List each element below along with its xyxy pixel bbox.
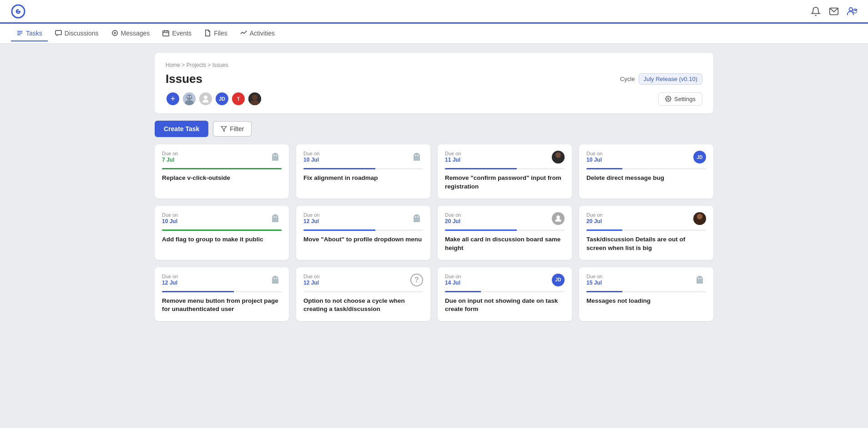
card-avatar-area bbox=[410, 151, 423, 163]
nav-events-label: Events bbox=[172, 30, 192, 37]
due-date: 10 Jul bbox=[303, 157, 319, 163]
card-avatar-area bbox=[693, 274, 706, 286]
due-info: Due on 14 Jul bbox=[445, 274, 461, 286]
due-label: Due on bbox=[303, 274, 319, 279]
task-title: Option to not choose a cycle when creati… bbox=[303, 297, 423, 314]
settings-button[interactable]: Settings bbox=[658, 92, 702, 106]
svg-point-2 bbox=[849, 7, 853, 10]
issues-title-row: Issues Cycle July Release (v0.10) bbox=[166, 72, 702, 86]
task-card[interactable]: Due on 10 Jul Fix alignment in roadmap bbox=[296, 144, 430, 199]
task-title: Add flag to group to make it public bbox=[162, 235, 282, 244]
due-label: Due on bbox=[303, 212, 319, 218]
ghost-avatar-icon bbox=[410, 212, 423, 225]
member-avatar-jd[interactable]: JD bbox=[215, 92, 229, 106]
nav-tasks[interactable]: Tasks bbox=[11, 26, 48, 41]
progress-bar bbox=[445, 229, 565, 231]
svg-point-25 bbox=[273, 155, 275, 156]
due-info: Due on 15 Jul bbox=[586, 274, 602, 286]
svg-rect-24 bbox=[272, 156, 278, 161]
task-card[interactable]: Due on 11 Jul Remove "confirm password" … bbox=[438, 144, 572, 199]
svg-point-13 bbox=[187, 94, 192, 100]
task-title: Due on input not showing date on task cr… bbox=[445, 297, 565, 314]
svg-rect-9 bbox=[163, 31, 169, 36]
svg-point-32 bbox=[555, 153, 561, 158]
due-info: Due on 12 Jul bbox=[303, 212, 319, 224]
due-label: Due on bbox=[445, 274, 461, 279]
task-card[interactable]: Due on 10 Jul JD Delete direct message b… bbox=[579, 144, 713, 199]
task-title: Fix alignment in roadmap bbox=[303, 174, 423, 183]
nav-events[interactable]: Events bbox=[157, 26, 197, 41]
svg-rect-34 bbox=[272, 217, 278, 222]
svg-point-46 bbox=[273, 278, 275, 279]
question-avatar: ? bbox=[410, 274, 423, 286]
dark-photo-avatar bbox=[552, 151, 565, 163]
card-avatar-area bbox=[552, 212, 565, 225]
task-card-header: Due on 11 Jul bbox=[445, 151, 565, 163]
events-icon bbox=[162, 30, 169, 36]
svg-point-15 bbox=[187, 96, 189, 97]
svg-point-40 bbox=[417, 216, 419, 218]
members-row: + JD bbox=[166, 92, 702, 106]
task-card[interactable]: Due on 14 Jul JD Due on input not showin… bbox=[438, 267, 572, 321]
svg-point-26 bbox=[276, 155, 277, 156]
task-card[interactable]: Due on 15 Jul Messages not loading bbox=[579, 267, 713, 321]
discussions-icon bbox=[55, 30, 62, 36]
card-avatar-area bbox=[410, 212, 423, 225]
bell-icon[interactable] bbox=[811, 6, 821, 16]
task-card-header: Due on 15 Jul bbox=[586, 274, 706, 286]
due-date: 10 Jul bbox=[162, 218, 178, 224]
card-avatar-area bbox=[269, 274, 282, 286]
due-label: Due on bbox=[586, 212, 602, 218]
svg-point-17 bbox=[204, 95, 207, 99]
due-label: Due on bbox=[586, 151, 602, 156]
svg-point-21 bbox=[667, 98, 669, 100]
task-card[interactable]: Due on 20 Jul Make all card in discussio… bbox=[438, 206, 572, 260]
gray-person-avatar bbox=[552, 212, 565, 225]
task-title: Replace v-click-outside bbox=[162, 174, 282, 183]
ghost-avatar-icon bbox=[269, 274, 282, 286]
task-card[interactable]: Due on 7 Jul Replace v-click-outside bbox=[155, 144, 289, 199]
member-avatars: + JD bbox=[166, 92, 262, 106]
svg-rect-28 bbox=[414, 156, 420, 161]
jd-avatar: JD bbox=[693, 151, 706, 163]
page-title: Issues bbox=[166, 72, 202, 86]
task-title: Make all card in discussion board same h… bbox=[445, 235, 565, 253]
card-avatar-area bbox=[269, 212, 282, 225]
add-member-button[interactable]: + bbox=[166, 92, 180, 106]
member-avatar-1[interactable] bbox=[182, 92, 197, 106]
progress-bar bbox=[303, 291, 423, 292]
logo[interactable] bbox=[11, 4, 25, 19]
due-label: Due on bbox=[445, 151, 461, 156]
nav-files[interactable]: Files bbox=[199, 26, 233, 41]
task-card[interactable]: Due on 10 Jul Add flag to group to make … bbox=[155, 206, 289, 260]
task-card[interactable]: Due on 20 Jul Task/discussion Details ar… bbox=[579, 206, 713, 260]
svg-point-19 bbox=[252, 94, 257, 100]
user-menu-icon[interactable] bbox=[847, 6, 857, 16]
nav-messages[interactable]: Messages bbox=[106, 26, 156, 41]
task-card[interactable]: Due on 12 Jul ? Option to not choose a c… bbox=[296, 267, 430, 321]
svg-point-16 bbox=[190, 96, 191, 97]
task-card[interactable]: Due on 12 Jul Move "About" to profile dr… bbox=[296, 206, 430, 260]
filter-button[interactable]: Filter bbox=[213, 121, 252, 137]
toolbar: Create Task Filter bbox=[155, 121, 713, 137]
member-avatar-dark[interactable] bbox=[247, 92, 262, 106]
nav-activities-label: Activities bbox=[250, 30, 275, 37]
task-card-header: Due on 12 Jul bbox=[162, 274, 282, 286]
mail-icon[interactable] bbox=[829, 6, 839, 16]
due-label: Due on bbox=[303, 151, 319, 156]
nav-activities[interactable]: Activities bbox=[235, 26, 280, 41]
cycle-row: Cycle July Release (v0.10) bbox=[620, 73, 702, 85]
task-title: Remove "confirm password" input from reg… bbox=[445, 174, 565, 191]
create-task-button[interactable]: Create Task bbox=[155, 121, 208, 137]
nav-discussions[interactable]: Discussions bbox=[50, 26, 104, 41]
progress-bar bbox=[162, 168, 282, 169]
due-info: Due on 20 Jul bbox=[586, 212, 602, 224]
member-avatar-2[interactable] bbox=[198, 92, 213, 106]
member-avatar-red[interactable]: T bbox=[231, 92, 246, 106]
progress-bar bbox=[445, 168, 565, 169]
ghost-avatar-icon bbox=[410, 151, 423, 163]
task-card[interactable]: Due on 12 Jul Remove menu button from pr… bbox=[155, 267, 289, 321]
main-content: Home > Projects > Issues Issues Cycle Ju… bbox=[0, 44, 868, 428]
task-card-header: Due on 10 Jul bbox=[303, 151, 423, 163]
cycle-badge[interactable]: July Release (v0.10) bbox=[639, 73, 703, 85]
